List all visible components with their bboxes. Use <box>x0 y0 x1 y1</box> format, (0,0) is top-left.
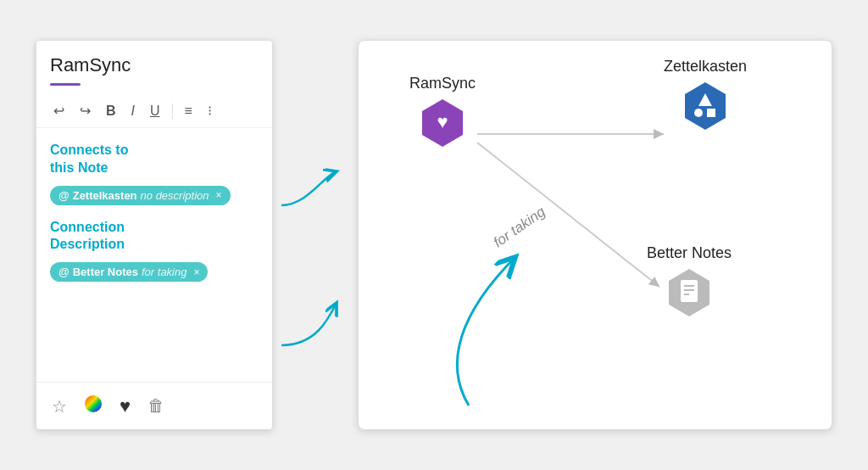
trash-button[interactable]: 🗑 <box>146 394 166 417</box>
heart-button[interactable]: ♥ <box>118 394 132 419</box>
chip-close-1[interactable]: × <box>216 189 222 201</box>
redo-button[interactable]: ↪ <box>76 101 94 120</box>
connection-desc-section: ConnectionDescription @ Better Notes for… <box>50 219 259 283</box>
underline-button[interactable]: U <box>147 102 164 120</box>
svg-line-2 <box>477 143 659 287</box>
better-notes-label: Better Notes <box>647 244 732 262</box>
chip-at-1: @ <box>58 189 70 202</box>
svg-text:♥: ♥ <box>437 111 448 132</box>
star-button[interactable]: ☆ <box>50 394 69 418</box>
connects-to-section: Connects tothis Note @ Zettelkasten no d… <box>50 142 259 205</box>
chip-desc-2: for taking <box>142 266 186 278</box>
unordered-list-button[interactable]: ⁝ <box>204 101 215 120</box>
chip-name-1: Zettelkasten <box>73 189 137 202</box>
ramsync-icon: ♥ <box>417 98 468 148</box>
ramsync-node: RamSync ♥ <box>409 75 476 148</box>
italic-button[interactable]: I <box>128 102 138 120</box>
chip-at-2: @ <box>58 266 70 278</box>
bold-button[interactable]: B <box>103 102 120 120</box>
main-layout: RamSync ↩ ↪ B I U ≡ ⁝ Connects tothis No… <box>36 40 832 430</box>
zettelkasten-icon <box>680 81 731 131</box>
ramsync-label: RamSync <box>409 75 476 92</box>
ordered-list-button[interactable]: ≡ <box>181 102 196 120</box>
zettelkasten-node: Zettelkasten <box>664 58 747 131</box>
title-underline <box>50 83 81 86</box>
undo-button[interactable]: ↩ <box>50 101 68 120</box>
toolbar-separator <box>172 104 173 119</box>
toolbar: ↩ ↪ B I U ≡ ⁝ <box>36 94 272 128</box>
svg-point-0 <box>85 395 102 412</box>
panel-title: RamSync <box>36 41 272 80</box>
palette-button[interactable] <box>82 393 104 419</box>
diagram-panel: for taking RamSync ♥ Zettelkasten <box>358 40 832 430</box>
panel-body: Connects tothis Note @ Zettelkasten no d… <box>36 128 272 382</box>
better-notes-node: Better Notes <box>647 244 732 318</box>
panel-footer: ☆ ♥ <box>36 382 272 429</box>
chip-close-2[interactable]: × <box>193 266 199 278</box>
zettelkasten-label: Zettelkasten <box>664 58 747 76</box>
cyan-arrows-overlay <box>273 40 341 430</box>
chip-name-2: Better Notes <box>73 266 138 278</box>
svg-point-7 <box>694 109 703 117</box>
connects-to-label: Connects tothis Note <box>50 142 128 177</box>
connection-desc-label: ConnectionDescription <box>50 219 125 255</box>
chip-desc-1: no description <box>141 189 209 202</box>
svg-rect-8 <box>707 109 715 117</box>
better-notes-icon <box>664 267 715 318</box>
editor-panel: RamSync ↩ ↪ B I U ≡ ⁝ Connects tothis No… <box>36 40 273 430</box>
zettelkasten-chip[interactable]: @ Zettelkasten no description × <box>50 186 231 205</box>
better-notes-chip[interactable]: @ Better Notes for taking × <box>50 262 208 282</box>
for-taking-label: for taking <box>491 204 549 251</box>
